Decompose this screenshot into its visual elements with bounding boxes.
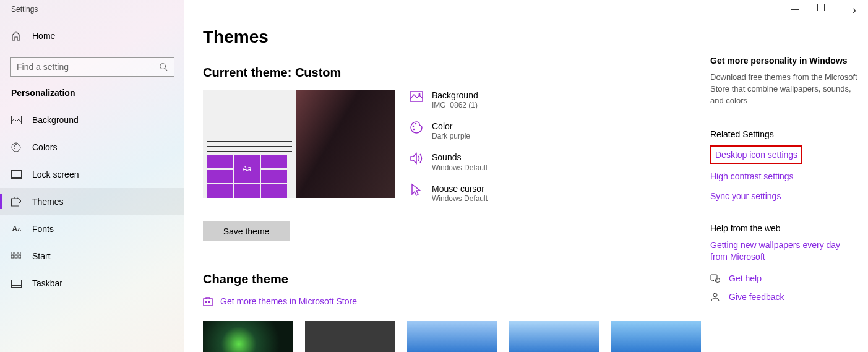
color-icon xyxy=(410,121,423,134)
minimize-icon[interactable]: — xyxy=(788,4,802,17)
search-field[interactable] xyxy=(17,62,159,72)
nav-item-colors[interactable]: Colors xyxy=(0,134,184,161)
link-desktop-icon-settings[interactable]: Desktop icon settings xyxy=(710,145,802,164)
preview-start: Aa xyxy=(203,124,296,198)
setting-cursor[interactable]: Mouse cursorWindows Default xyxy=(410,183,488,203)
theme-thumbnails xyxy=(203,321,710,352)
forward-icon[interactable]: › xyxy=(847,4,862,17)
setting-label: Color xyxy=(432,121,470,132)
nav-label: Fonts xyxy=(32,224,54,234)
svg-rect-23 xyxy=(204,299,212,306)
svg-point-22 xyxy=(413,129,415,131)
page-title: Themes xyxy=(203,27,710,47)
picture-icon xyxy=(11,116,22,124)
start-icon xyxy=(11,252,22,260)
setting-color[interactable]: ColorDark purple xyxy=(410,121,488,140)
link-get-help[interactable]: Get help xyxy=(729,273,762,283)
link-sync-settings[interactable]: Sync your settings xyxy=(710,191,859,201)
themes-icon xyxy=(11,197,22,207)
svg-rect-12 xyxy=(11,255,14,258)
category-label: Personalization xyxy=(0,88,184,106)
background-icon xyxy=(410,90,423,103)
link-high-contrast[interactable]: High contrast settings xyxy=(710,171,859,181)
fonts-icon: AA xyxy=(11,225,22,233)
theme-thumb[interactable] xyxy=(509,321,599,352)
preview-wallpaper xyxy=(296,90,395,198)
svg-rect-9 xyxy=(11,252,14,254)
svg-line-1 xyxy=(165,69,168,71)
nav-label: Background xyxy=(32,115,79,125)
svg-point-21 xyxy=(415,123,417,125)
svg-rect-15 xyxy=(12,280,22,287)
nav-item-lockscreen[interactable]: Lock screen xyxy=(0,161,184,188)
theme-thumb[interactable] xyxy=(407,321,497,352)
current-theme-heading: Current theme: Custom xyxy=(203,66,710,80)
preview-aa-tile: Aa xyxy=(234,155,260,183)
svg-point-27 xyxy=(713,293,717,297)
promo-text: Download free themes from the Microsoft … xyxy=(710,72,859,107)
main-area: — › Themes Current theme: Custom Aa xyxy=(184,0,868,352)
nav-item-background[interactable]: Background xyxy=(0,106,184,134)
nav-item-themes[interactable]: Themes xyxy=(0,188,184,215)
taskbar-icon xyxy=(11,280,22,288)
setting-label: Background xyxy=(432,90,478,101)
theme-thumb[interactable] xyxy=(203,321,293,352)
svg-rect-8 xyxy=(12,199,19,206)
theme-preview: Aa xyxy=(203,90,395,198)
search-input[interactable] xyxy=(10,57,174,77)
link-give-feedback[interactable]: Give feedback xyxy=(729,292,784,302)
related-heading: Related Settings xyxy=(710,129,859,139)
right-pane: Get more personality in Windows Download… xyxy=(710,0,859,352)
change-theme-heading: Change theme xyxy=(203,272,710,286)
help-heading: Help from the web xyxy=(710,223,859,233)
nav-home[interactable]: Home xyxy=(0,25,184,47)
feedback-icon xyxy=(710,292,720,302)
svg-rect-17 xyxy=(818,4,825,11)
nav-item-start[interactable]: Start xyxy=(0,243,184,270)
svg-rect-13 xyxy=(15,255,17,258)
setting-value: Windows Default xyxy=(432,194,488,203)
save-theme-button[interactable]: Save theme xyxy=(203,221,290,241)
svg-point-4 xyxy=(15,144,17,145)
setting-label: Sounds xyxy=(432,152,488,163)
svg-rect-24 xyxy=(205,301,207,303)
maximize-icon[interactable] xyxy=(817,4,832,17)
nav-home-label: Home xyxy=(32,31,55,41)
nav-label: Colors xyxy=(32,142,57,152)
nav-label: Lock screen xyxy=(32,170,79,179)
nav-label: Taskbar xyxy=(32,278,62,288)
svg-rect-11 xyxy=(19,252,21,254)
theme-thumb[interactable] xyxy=(305,321,395,352)
sidebar: Settings Home Personalization Background… xyxy=(0,0,184,352)
nav-label: Start xyxy=(32,251,51,261)
store-link[interactable]: Get more themes in Microsoft Store xyxy=(203,296,710,306)
store-link-label: Get more themes in Microsoft Store xyxy=(220,296,357,306)
link-help-wallpapers[interactable]: Getting new wallpapers every day from Mi… xyxy=(710,239,859,264)
sounds-icon xyxy=(410,152,423,165)
svg-rect-10 xyxy=(15,252,17,254)
svg-point-20 xyxy=(413,126,415,127)
nav-item-taskbar[interactable]: Taskbar xyxy=(0,270,184,297)
promo-title: Get more personality in Windows xyxy=(710,56,859,66)
setting-value: Dark purple xyxy=(432,132,470,140)
setting-background[interactable]: BackgroundIMG_0862 (1) xyxy=(410,90,488,109)
nav-item-fonts[interactable]: AA Fonts xyxy=(0,215,184,243)
palette-icon xyxy=(11,142,22,152)
theme-thumb[interactable] xyxy=(611,321,701,352)
svg-point-19 xyxy=(419,93,421,95)
setting-value: IMG_0862 (1) xyxy=(432,101,478,109)
svg-point-5 xyxy=(14,148,15,149)
setting-value: Windows Default xyxy=(432,163,488,172)
lock-screen-icon xyxy=(11,170,22,179)
svg-rect-6 xyxy=(12,171,22,178)
window-controls: — › xyxy=(788,4,862,17)
store-icon xyxy=(203,296,213,306)
app-title: Settings xyxy=(0,0,184,25)
setting-sounds[interactable]: SoundsWindows Default xyxy=(410,152,488,171)
svg-point-3 xyxy=(14,145,15,147)
content: Themes Current theme: Custom Aa xyxy=(203,0,710,352)
nav-label: Themes xyxy=(32,197,64,207)
svg-rect-14 xyxy=(19,255,21,258)
svg-rect-25 xyxy=(208,301,210,303)
setting-label: Mouse cursor xyxy=(432,183,488,194)
